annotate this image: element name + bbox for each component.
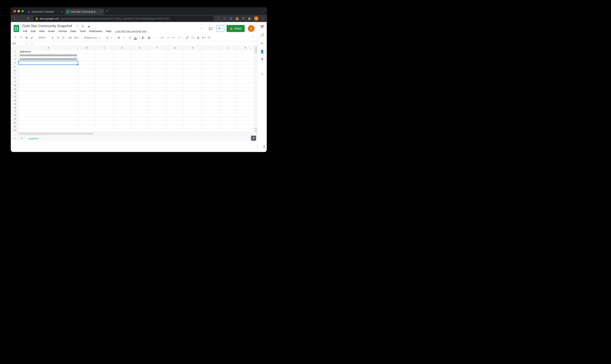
cell-K9[interactable] (237, 80, 254, 83)
cell-G1[interactable] (166, 50, 184, 53)
scroll-up-icon[interactable]: ▲ (255, 127, 257, 129)
forward-button[interactable]: → (19, 17, 24, 20)
cell-B22[interactable] (78, 128, 96, 132)
cell-F22[interactable] (148, 128, 166, 132)
row-header-19[interactable]: 19 (11, 117, 19, 121)
cell-D15[interactable] (113, 102, 131, 106)
cell-B16[interactable] (78, 106, 96, 109)
cell-G15[interactable] (166, 102, 184, 106)
cell-B15[interactable] (78, 102, 96, 106)
cell-H15[interactable] (184, 102, 202, 106)
cell-F21[interactable] (148, 124, 166, 128)
maps-icon[interactable]: 📍 (260, 58, 264, 62)
cell-A4[interactable] (19, 61, 78, 65)
cell-E23[interactable] (131, 132, 149, 132)
cell-I1[interactable] (201, 50, 219, 53)
cell-A3[interactable]: 0x00000000000000000000000000000000000000… (19, 57, 78, 61)
row-header-10[interactable]: 10 (11, 83, 19, 87)
cell-H13[interactable] (184, 94, 202, 98)
back-button[interactable]: ← (13, 17, 17, 20)
menu-view[interactable]: View (37, 29, 46, 33)
tasks-icon[interactable]: ✔ (260, 41, 264, 45)
font-select[interactable]: Default (Ari...▾ (83, 35, 102, 40)
menu-tools[interactable]: Tools (78, 29, 87, 33)
more-formats-button[interactable]: 123▾ (73, 35, 80, 40)
cell-H3[interactable] (184, 57, 202, 61)
cell-J9[interactable] (219, 80, 237, 83)
cell-C15[interactable] (96, 102, 113, 106)
cell-K15[interactable] (237, 102, 254, 106)
add-sheet-button[interactable]: ＋ (12, 136, 17, 141)
bold-button[interactable]: B (116, 35, 122, 40)
cell-K7[interactable] (237, 72, 254, 76)
text-rotate-button[interactable]: ⤹▾ (177, 35, 182, 40)
cell-A6[interactable] (19, 68, 78, 72)
bookmark-icon[interactable]: ☆ (223, 17, 226, 20)
cell-K2[interactable] (237, 53, 254, 57)
cell-K6[interactable] (237, 68, 254, 72)
cell-G11[interactable] (166, 87, 184, 91)
cell-B6[interactable] (78, 68, 96, 72)
comments-icon[interactable] (207, 25, 214, 32)
row-header-1[interactable]: 1 (11, 50, 19, 53)
currency-button[interactable]: $ (50, 35, 55, 40)
cell-I14[interactable] (201, 98, 219, 102)
row-header-12[interactable]: 12 (11, 91, 19, 94)
cell-I21[interactable] (201, 124, 219, 128)
row-header-4[interactable]: 4 (11, 61, 19, 65)
cell-I7[interactable] (201, 72, 219, 76)
percent-button[interactable]: % (56, 35, 61, 40)
cell-D12[interactable] (113, 91, 131, 94)
cell-D22[interactable] (113, 128, 131, 132)
cell-B12[interactable] (78, 91, 96, 94)
cell-I9[interactable] (201, 80, 219, 83)
scroll-down-icon[interactable]: ▼ (255, 130, 257, 132)
calendar-icon[interactable]: 📅 (260, 25, 264, 29)
cell-B13[interactable] (78, 94, 96, 98)
cell-H16[interactable] (184, 106, 202, 109)
horizontal-scrollbar[interactable] (19, 132, 254, 135)
star-icon[interactable]: ☆ (75, 24, 79, 28)
row-header-18[interactable]: 18 (11, 113, 19, 117)
cell-K21[interactable] (237, 124, 254, 128)
row-header-8[interactable]: 8 (11, 76, 19, 80)
fill-color-button[interactable]: ◧ (141, 35, 146, 40)
cell-H4[interactable] (184, 61, 202, 65)
cell-A10[interactable] (19, 83, 78, 87)
cell-H20[interactable] (184, 121, 202, 124)
menu-extensions[interactable]: Extensions (88, 29, 104, 33)
sheets-logo-icon[interactable] (13, 24, 20, 33)
cell-C2[interactable] (96, 53, 113, 57)
side-panel-icon[interactable]: ◧ (248, 17, 251, 20)
close-window-button[interactable] (14, 10, 16, 12)
cell-D10[interactable] (113, 83, 131, 87)
cell-C1[interactable] (96, 50, 113, 53)
cell-E4[interactable] (131, 61, 149, 65)
fullscreen-window-button[interactable] (21, 10, 24, 12)
cell-D5[interactable] (113, 65, 131, 68)
cell-A5[interactable] (19, 65, 78, 68)
cell-I13[interactable] (201, 94, 219, 98)
cell-J2[interactable] (219, 53, 237, 57)
cell-I16[interactable] (201, 106, 219, 109)
cell-G10[interactable] (166, 83, 184, 87)
row-header-2[interactable]: 2 (11, 53, 19, 57)
cloud-status-icon[interactable]: ☁ (87, 24, 91, 28)
cell-C8[interactable] (96, 76, 113, 80)
cell-D1[interactable] (113, 50, 131, 53)
cell-A7[interactable] (19, 72, 78, 76)
cell-B5[interactable] (78, 65, 96, 68)
cell-G22[interactable] (166, 128, 184, 132)
cell-A2[interactable]: 0x00000000000000000000000000000000000000… (19, 53, 78, 57)
cell-E3[interactable] (131, 57, 149, 61)
column-header-K[interactable]: K (237, 46, 254, 50)
column-header-H[interactable]: H (184, 46, 202, 50)
print-button[interactable]: 🖶 (24, 35, 29, 40)
collapse-toolbar-button[interactable]: ⌃ (250, 35, 255, 40)
cell-A20[interactable] (19, 121, 78, 124)
cell-F9[interactable] (148, 80, 166, 83)
cell-A1[interactable]: addresses (19, 50, 78, 53)
cell-D13[interactable] (113, 94, 131, 98)
cell-G13[interactable] (166, 94, 184, 98)
borders-button[interactable]: ▦ (146, 35, 152, 40)
